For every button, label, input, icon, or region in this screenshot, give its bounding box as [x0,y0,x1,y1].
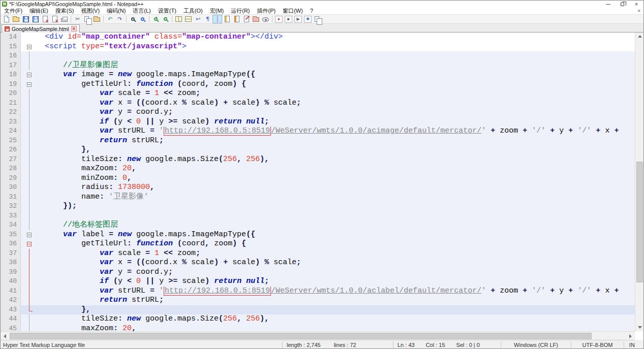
code-text[interactable] [34,211,635,221]
menu-item-4[interactable]: 视图(V) [77,8,103,14]
line-number[interactable]: 35 [1,230,21,240]
line-number[interactable]: 19 [1,80,21,89]
scroll-right-arrow-icon[interactable] [626,332,635,340]
find-icon[interactable] [128,15,138,23]
bookmark-margin[interactable] [21,136,25,146]
fold-margin[interactable] [25,239,34,249]
line-number[interactable]: 20 [1,89,21,99]
bookmark-margin[interactable] [21,70,25,80]
minimize-button[interactable] [601,1,615,8]
sync-vertical-scroll-icon[interactable] [174,15,183,23]
menu-item-9[interactable]: 宏(M) [206,8,228,14]
code-text[interactable]: getTileUrl: function (coord, zoom) { [34,239,635,249]
code-area[interactable]: 14 <div id="map_container" class="map-co… [1,33,635,331]
code-line[interactable]: 29 minZoom: 0, [1,174,635,183]
macro-save-icon[interactable] [313,15,322,23]
print-icon[interactable] [59,15,69,23]
line-number[interactable]: 24 [1,126,21,136]
document-map-icon[interactable] [232,15,241,23]
open-file-icon[interactable] [11,15,21,23]
code-text[interactable]: var strURL = 'http://192.168.0.5:8519/We… [34,287,635,296]
bookmark-margin[interactable] [21,193,25,202]
bookmark-margin[interactable] [21,211,25,221]
code-text[interactable]: var scale = 1 << zoom; [34,89,635,99]
bookmark-margin[interactable] [21,61,25,71]
menu-item-1[interactable]: 文件(F) [1,8,26,14]
line-number[interactable]: 41 [1,287,21,296]
code-line[interactable]: 31 name: '卫星影像' [1,193,635,202]
code-line[interactable]: 23 if (y < 0 || y >= scale) return null; [1,117,635,127]
fold-margin[interactable] [25,89,34,99]
fold-margin[interactable] [25,324,34,332]
code-text[interactable]: var label = new google.maps.ImageMapType… [34,230,635,240]
close-file-icon[interactable] [40,15,50,23]
line-number[interactable]: 18 [1,70,21,80]
line-number[interactable]: 33 [1,211,21,221]
function-list-icon[interactable] [222,15,232,23]
indent-guide-icon[interactable]: ┆ [212,15,222,23]
code-text[interactable]: }, [34,145,635,155]
horizontal-scroll-thumb[interactable] [10,333,592,339]
code-text[interactable]: tileSize: new google.maps.Size(256, 256)… [34,314,635,324]
fold-margin[interactable] [25,126,34,136]
sync-horizontal-scroll-icon[interactable] [183,15,193,23]
fold-collapse-icon[interactable] [27,73,32,77]
fold-margin[interactable] [25,202,34,211]
code-line[interactable]: 24 var strURL = 'http://192.168.0.5:8519… [1,126,635,136]
bookmark-margin[interactable] [21,296,25,305]
code-line[interactable]: 36 getTileUrl: function (coord, zoom) { [1,239,635,249]
line-number[interactable]: 40 [1,277,21,287]
line-number[interactable]: 27 [1,155,21,165]
redo-icon[interactable]: ↷ [115,15,125,23]
code-text[interactable]: <script type="text/javascript"> [34,42,635,52]
code-text[interactable]: var y = coord.y; [34,268,635,277]
paste-icon[interactable] [92,15,102,23]
line-number[interactable]: 44 [1,314,21,324]
fold-margin[interactable] [25,249,34,259]
bookmark-margin[interactable] [21,145,25,155]
fold-margin[interactable] [25,277,34,287]
fold-margin[interactable] [25,136,34,146]
bookmark-margin[interactable] [21,80,25,89]
code-line[interactable]: 45 maxZoom: 20, [1,324,635,332]
code-text[interactable]: if (y < 0 || y >= scale) return null; [34,117,635,127]
fold-margin[interactable] [25,70,34,80]
code-line[interactable]: 20 var scale = 1 << zoom; [1,89,635,99]
copy-icon[interactable] [82,15,92,23]
bookmark-margin[interactable] [21,89,25,99]
bookmark-margin[interactable] [21,239,25,249]
fold-margin[interactable] [25,61,34,71]
line-number[interactable]: 34 [1,220,21,230]
bookmark-margin[interactable] [21,202,25,211]
code-text[interactable]: }, [34,305,635,315]
menu-item-5[interactable]: 编码(N) [103,8,129,14]
code-text[interactable]: maxZoom: 20, [34,324,635,332]
save-icon[interactable] [21,15,30,23]
line-number[interactable]: 42 [1,296,21,305]
code-line[interactable]: 30 radius: 1738000, [1,183,635,193]
code-line[interactable]: 14 <div id="map_container" class="map-co… [1,33,635,42]
code-line[interactable]: 28 maxZoom: 20, [1,164,635,174]
bookmark-margin[interactable] [21,42,25,52]
fold-collapse-icon[interactable] [27,45,32,49]
fold-margin[interactable] [25,258,34,268]
code-text[interactable]: var strURL = 'http://192.168.0.5:8519/We… [34,126,635,136]
line-number[interactable]: 26 [1,145,21,155]
menu-item-7[interactable]: 设置(T) [155,8,180,14]
bookmark-margin[interactable] [21,277,25,287]
bookmark-margin[interactable] [21,268,25,277]
scroll-left-arrow-icon[interactable] [1,332,9,340]
code-line[interactable]: 25 return strURL; [1,136,635,146]
save-all-icon[interactable] [30,15,40,23]
code-line[interactable]: 17 //卫星影像图层 [1,61,635,71]
fold-margin[interactable] [25,314,34,324]
code-text[interactable]: var image = new google.maps.ImageMapType… [34,70,635,80]
code-line[interactable]: 19 getTileUrl: function (coord, zoom) { [1,80,635,89]
zoom-out-icon[interactable]: − [161,15,170,23]
line-number[interactable]: 15 [1,42,21,52]
fold-margin[interactable] [25,268,34,277]
code-text[interactable]: var x = ((coord.x % scale) + scale) % sc… [34,258,635,268]
horizontal-scrollbar[interactable] [1,331,635,340]
word-wrap-icon[interactable]: ↩ [193,15,203,23]
code-text[interactable]: radius: 1738000, [34,183,635,193]
